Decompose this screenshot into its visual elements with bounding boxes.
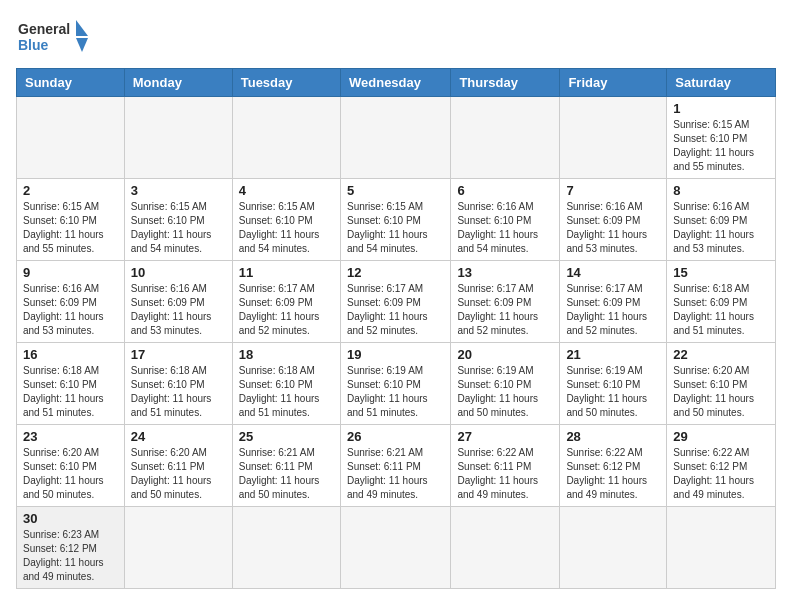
day-number: 18	[239, 347, 334, 362]
calendar-week-row: 2Sunrise: 6:15 AM Sunset: 6:10 PM Daylig…	[17, 179, 776, 261]
calendar-cell: 13Sunrise: 6:17 AM Sunset: 6:09 PM Dayli…	[451, 261, 560, 343]
calendar-cell: 4Sunrise: 6:15 AM Sunset: 6:10 PM Daylig…	[232, 179, 340, 261]
col-header-monday: Monday	[124, 69, 232, 97]
day-number: 20	[457, 347, 553, 362]
day-number: 30	[23, 511, 118, 526]
day-number: 1	[673, 101, 769, 116]
day-info: Sunrise: 6:18 AM Sunset: 6:10 PM Dayligh…	[131, 364, 226, 420]
day-number: 9	[23, 265, 118, 280]
day-number: 10	[131, 265, 226, 280]
day-number: 17	[131, 347, 226, 362]
calendar-cell: 7Sunrise: 6:16 AM Sunset: 6:09 PM Daylig…	[560, 179, 667, 261]
calendar-cell: 11Sunrise: 6:17 AM Sunset: 6:09 PM Dayli…	[232, 261, 340, 343]
calendar-week-row: 9Sunrise: 6:16 AM Sunset: 6:09 PM Daylig…	[17, 261, 776, 343]
calendar-cell: 20Sunrise: 6:19 AM Sunset: 6:10 PM Dayli…	[451, 343, 560, 425]
day-number: 3	[131, 183, 226, 198]
calendar-cell: 22Sunrise: 6:20 AM Sunset: 6:10 PM Dayli…	[667, 343, 776, 425]
day-number: 7	[566, 183, 660, 198]
day-number: 29	[673, 429, 769, 444]
day-number: 11	[239, 265, 334, 280]
calendar-cell: 8Sunrise: 6:16 AM Sunset: 6:09 PM Daylig…	[667, 179, 776, 261]
col-header-sunday: Sunday	[17, 69, 125, 97]
calendar-cell: 18Sunrise: 6:18 AM Sunset: 6:10 PM Dayli…	[232, 343, 340, 425]
day-info: Sunrise: 6:16 AM Sunset: 6:09 PM Dayligh…	[673, 200, 769, 256]
calendar-cell	[560, 507, 667, 589]
day-number: 15	[673, 265, 769, 280]
day-info: Sunrise: 6:17 AM Sunset: 6:09 PM Dayligh…	[566, 282, 660, 338]
day-number: 6	[457, 183, 553, 198]
svg-text:General: General	[18, 21, 70, 37]
day-number: 19	[347, 347, 444, 362]
col-header-saturday: Saturday	[667, 69, 776, 97]
day-info: Sunrise: 6:21 AM Sunset: 6:11 PM Dayligh…	[239, 446, 334, 502]
svg-marker-3	[76, 38, 88, 52]
day-info: Sunrise: 6:22 AM Sunset: 6:12 PM Dayligh…	[566, 446, 660, 502]
calendar-cell	[232, 97, 340, 179]
calendar-cell	[340, 507, 450, 589]
calendar-cell: 15Sunrise: 6:18 AM Sunset: 6:09 PM Dayli…	[667, 261, 776, 343]
calendar-cell: 9Sunrise: 6:16 AM Sunset: 6:09 PM Daylig…	[17, 261, 125, 343]
day-info: Sunrise: 6:17 AM Sunset: 6:09 PM Dayligh…	[239, 282, 334, 338]
calendar-header-row: SundayMondayTuesdayWednesdayThursdayFrid…	[17, 69, 776, 97]
col-header-friday: Friday	[560, 69, 667, 97]
calendar-cell: 30Sunrise: 6:23 AM Sunset: 6:12 PM Dayli…	[17, 507, 125, 589]
calendar-cell	[667, 507, 776, 589]
calendar-cell: 5Sunrise: 6:15 AM Sunset: 6:10 PM Daylig…	[340, 179, 450, 261]
calendar-cell	[124, 507, 232, 589]
logo: GeneralBlue	[16, 16, 96, 56]
day-info: Sunrise: 6:18 AM Sunset: 6:10 PM Dayligh…	[239, 364, 334, 420]
day-info: Sunrise: 6:20 AM Sunset: 6:10 PM Dayligh…	[23, 446, 118, 502]
calendar-cell: 29Sunrise: 6:22 AM Sunset: 6:12 PM Dayli…	[667, 425, 776, 507]
calendar-week-row: 16Sunrise: 6:18 AM Sunset: 6:10 PM Dayli…	[17, 343, 776, 425]
calendar-cell: 24Sunrise: 6:20 AM Sunset: 6:11 PM Dayli…	[124, 425, 232, 507]
day-number: 21	[566, 347, 660, 362]
calendar-cell: 17Sunrise: 6:18 AM Sunset: 6:10 PM Dayli…	[124, 343, 232, 425]
calendar-cell: 1Sunrise: 6:15 AM Sunset: 6:10 PM Daylig…	[667, 97, 776, 179]
calendar-cell: 26Sunrise: 6:21 AM Sunset: 6:11 PM Dayli…	[340, 425, 450, 507]
day-info: Sunrise: 6:23 AM Sunset: 6:12 PM Dayligh…	[23, 528, 118, 584]
calendar-week-row: 23Sunrise: 6:20 AM Sunset: 6:10 PM Dayli…	[17, 425, 776, 507]
calendar-cell: 3Sunrise: 6:15 AM Sunset: 6:10 PM Daylig…	[124, 179, 232, 261]
day-number: 16	[23, 347, 118, 362]
calendar-cell: 16Sunrise: 6:18 AM Sunset: 6:10 PM Dayli…	[17, 343, 125, 425]
calendar-cell	[17, 97, 125, 179]
calendar-cell: 6Sunrise: 6:16 AM Sunset: 6:10 PM Daylig…	[451, 179, 560, 261]
day-info: Sunrise: 6:16 AM Sunset: 6:09 PM Dayligh…	[131, 282, 226, 338]
day-info: Sunrise: 6:18 AM Sunset: 6:10 PM Dayligh…	[23, 364, 118, 420]
day-number: 2	[23, 183, 118, 198]
calendar-cell	[560, 97, 667, 179]
day-info: Sunrise: 6:15 AM Sunset: 6:10 PM Dayligh…	[347, 200, 444, 256]
calendar: SundayMondayTuesdayWednesdayThursdayFrid…	[16, 68, 776, 589]
day-number: 12	[347, 265, 444, 280]
day-number: 13	[457, 265, 553, 280]
day-info: Sunrise: 6:15 AM Sunset: 6:10 PM Dayligh…	[239, 200, 334, 256]
calendar-cell: 10Sunrise: 6:16 AM Sunset: 6:09 PM Dayli…	[124, 261, 232, 343]
day-number: 28	[566, 429, 660, 444]
calendar-week-row: 1Sunrise: 6:15 AM Sunset: 6:10 PM Daylig…	[17, 97, 776, 179]
day-info: Sunrise: 6:15 AM Sunset: 6:10 PM Dayligh…	[23, 200, 118, 256]
day-number: 23	[23, 429, 118, 444]
calendar-cell: 27Sunrise: 6:22 AM Sunset: 6:11 PM Dayli…	[451, 425, 560, 507]
col-header-tuesday: Tuesday	[232, 69, 340, 97]
day-number: 14	[566, 265, 660, 280]
calendar-cell	[124, 97, 232, 179]
calendar-cell: 23Sunrise: 6:20 AM Sunset: 6:10 PM Dayli…	[17, 425, 125, 507]
day-number: 25	[239, 429, 334, 444]
calendar-cell: 19Sunrise: 6:19 AM Sunset: 6:10 PM Dayli…	[340, 343, 450, 425]
day-info: Sunrise: 6:16 AM Sunset: 6:10 PM Dayligh…	[457, 200, 553, 256]
day-info: Sunrise: 6:16 AM Sunset: 6:09 PM Dayligh…	[23, 282, 118, 338]
calendar-cell: 12Sunrise: 6:17 AM Sunset: 6:09 PM Dayli…	[340, 261, 450, 343]
calendar-cell	[232, 507, 340, 589]
calendar-cell: 2Sunrise: 6:15 AM Sunset: 6:10 PM Daylig…	[17, 179, 125, 261]
day-info: Sunrise: 6:19 AM Sunset: 6:10 PM Dayligh…	[566, 364, 660, 420]
day-number: 24	[131, 429, 226, 444]
col-header-thursday: Thursday	[451, 69, 560, 97]
day-number: 8	[673, 183, 769, 198]
calendar-cell: 14Sunrise: 6:17 AM Sunset: 6:09 PM Dayli…	[560, 261, 667, 343]
calendar-week-row: 30Sunrise: 6:23 AM Sunset: 6:12 PM Dayli…	[17, 507, 776, 589]
calendar-cell: 25Sunrise: 6:21 AM Sunset: 6:11 PM Dayli…	[232, 425, 340, 507]
day-info: Sunrise: 6:21 AM Sunset: 6:11 PM Dayligh…	[347, 446, 444, 502]
calendar-cell: 21Sunrise: 6:19 AM Sunset: 6:10 PM Dayli…	[560, 343, 667, 425]
day-info: Sunrise: 6:22 AM Sunset: 6:12 PM Dayligh…	[673, 446, 769, 502]
calendar-cell: 28Sunrise: 6:22 AM Sunset: 6:12 PM Dayli…	[560, 425, 667, 507]
